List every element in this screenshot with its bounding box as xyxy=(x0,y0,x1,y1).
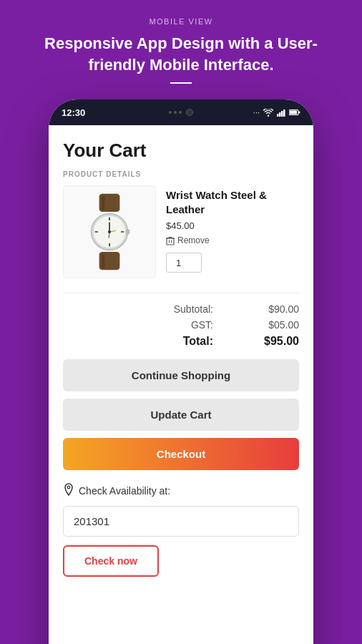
subtotal-row: Subtotal: $90.00 xyxy=(63,303,299,315)
remove-button[interactable]: Remove xyxy=(166,235,210,245)
phone-time: 12:30 xyxy=(62,107,85,118)
phone-status-icons: ··· xyxy=(253,108,300,117)
svg-rect-0 xyxy=(277,114,279,117)
subtotal-label: Subtotal: xyxy=(163,303,213,315)
gst-row: GST: $05.00 xyxy=(63,319,299,331)
page-heading: Responsive App Design with a User-friend… xyxy=(0,33,362,75)
watch-image xyxy=(70,192,149,271)
svg-rect-1 xyxy=(279,112,281,117)
total-value: $95.00 xyxy=(256,335,299,348)
svg-rect-22 xyxy=(167,238,174,245)
svg-point-18 xyxy=(108,230,111,233)
phone-shell: 12:30 ··· xyxy=(49,99,313,644)
cart-title: Your Cart xyxy=(63,140,299,162)
pincode-input[interactable] xyxy=(63,506,299,537)
totals-section: Subtotal: $90.00 GST: $05.00 Total: $95.… xyxy=(63,293,299,348)
location-icon xyxy=(63,483,74,499)
total-label: Total: xyxy=(163,335,213,348)
product-info: Wrist Watch Steel & Leather $45.00 Remov… xyxy=(166,185,299,273)
quantity-input[interactable] xyxy=(166,253,202,273)
svg-point-27 xyxy=(67,487,70,489)
svg-rect-3 xyxy=(283,109,285,117)
signal-icon xyxy=(277,109,285,117)
svg-rect-6 xyxy=(299,112,300,114)
subtotal-value: $90.00 xyxy=(256,303,299,315)
update-cart-button[interactable]: Update Cart xyxy=(63,399,299,431)
product-row: Wrist Watch Steel & Leather $45.00 Remov… xyxy=(63,185,299,278)
wifi-icon xyxy=(263,109,273,117)
total-row: Total: $95.00 xyxy=(63,335,299,348)
svg-rect-5 xyxy=(290,111,297,114)
product-image-container xyxy=(63,185,156,278)
svg-rect-8 xyxy=(102,196,104,210)
svg-rect-2 xyxy=(281,111,283,117)
remove-label: Remove xyxy=(177,235,210,245)
availability-text: Check Availability at: xyxy=(79,485,170,497)
check-now-button[interactable]: Check now xyxy=(63,545,159,577)
continue-shopping-button[interactable]: Continue Shopping xyxy=(63,359,299,391)
availability-label: Check Availability at: xyxy=(63,483,299,499)
checkout-button[interactable]: Checkout xyxy=(63,438,299,470)
gst-value: $05.00 xyxy=(256,319,299,331)
mobile-view-label: MOBILE VIEW xyxy=(149,17,212,26)
availability-section: Check Availability at: Check now xyxy=(63,483,299,577)
battery-icon xyxy=(289,109,300,116)
phone-notch xyxy=(169,109,193,116)
product-name: Wrist Watch Steel & Leather xyxy=(166,188,299,216)
header-divider xyxy=(170,82,192,84)
phone-content: Your Cart PRODUCT DETAILS xyxy=(49,125,313,644)
phone-top-bar: 12:30 ··· xyxy=(49,99,313,125)
notch-camera xyxy=(186,109,193,116)
svg-rect-21 xyxy=(102,254,104,268)
product-details-label: PRODUCT DETAILS xyxy=(63,170,299,178)
more-dots-icon: ··· xyxy=(253,108,260,117)
svg-rect-19 xyxy=(127,230,129,235)
gst-label: GST: xyxy=(163,319,213,331)
product-price: $45.00 xyxy=(166,220,299,231)
